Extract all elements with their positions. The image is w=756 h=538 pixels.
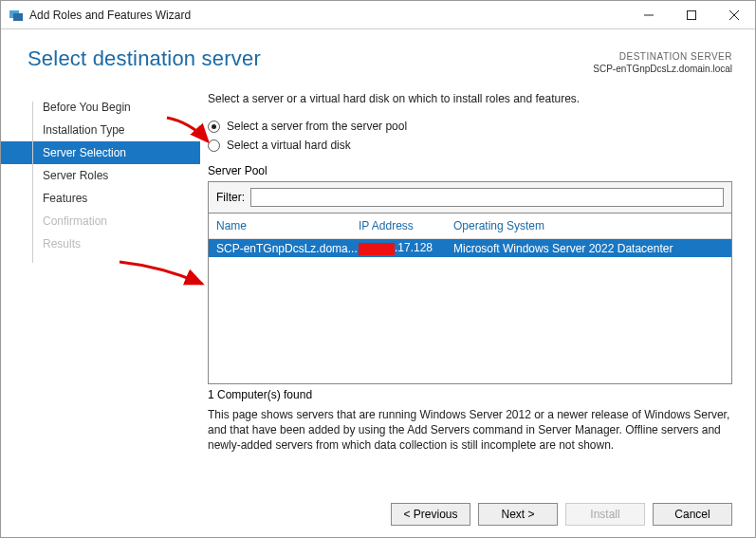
radio-server-pool[interactable]: Select a server from the server pool [208, 117, 732, 136]
redacted-ip-prefix [359, 243, 395, 255]
sidebar-item-results: Results [1, 232, 200, 255]
sidebar-indent-line [32, 102, 33, 263]
previous-button[interactable]: < Previous [391, 503, 470, 526]
next-button[interactable]: Next > [478, 503, 558, 526]
cell-os: Microsoft Windows Server 2022 Datacenter [453, 242, 724, 255]
column-header-name[interactable]: Name [216, 219, 359, 232]
destination-value: SCP-enTGnpDcsLz.domain.local [593, 63, 732, 75]
column-header-os[interactable]: Operating System [453, 219, 724, 232]
instruction-text: Select a server or a virtual hard disk o… [208, 92, 732, 105]
minimize-button[interactable] [627, 1, 670, 29]
radio-icon [208, 121, 220, 133]
server-manager-icon [9, 8, 24, 23]
column-header-ip[interactable]: IP Address [359, 219, 453, 232]
radio-icon [208, 139, 220, 152]
install-button: Install [565, 503, 645, 526]
sidebar-item-features[interactable]: Features [1, 187, 200, 210]
server-grid: Name IP Address Operating System SCP-enT… [208, 213, 732, 384]
table-row[interactable]: SCP-enTGnpDcsLz.doma... .17.128 Microsof… [209, 239, 731, 257]
computers-found-text: 1 Computer(s) found [208, 388, 732, 401]
destination-label: DESTINATION SERVER [593, 50, 732, 63]
wizard-footer: < Previous Next > Install Cancel [391, 503, 732, 526]
sidebar-item-server-selection[interactable]: Server Selection [1, 141, 200, 164]
page-header: Select destination server DESTINATION SE… [1, 29, 755, 84]
sidebar-item-before-you-begin[interactable]: Before You Begin [1, 96, 200, 119]
radio-vhd-label: Select a virtual hard disk [227, 139, 351, 152]
filter-input[interactable] [250, 188, 724, 207]
content-area: Select a server or a virtual hard disk o… [200, 84, 732, 483]
window-controls [627, 1, 755, 29]
page-title: Select destination server [28, 46, 261, 71]
cancel-button[interactable]: Cancel [653, 503, 732, 526]
explanation-text: This page shows servers that are running… [208, 407, 732, 454]
cell-name: SCP-enTGnpDcsLz.doma... [216, 242, 359, 255]
svg-rect-3 [687, 10, 695, 19]
grid-body: SCP-enTGnpDcsLz.doma... .17.128 Microsof… [209, 239, 731, 383]
radio-virtual-hard-disk[interactable]: Select a virtual hard disk [208, 136, 732, 155]
server-pool-label: Server Pool [208, 164, 732, 177]
sidebar-item-server-roles[interactable]: Server Roles [1, 164, 200, 187]
maximize-button[interactable] [670, 1, 712, 29]
cell-ip: .17.128 [359, 241, 453, 254]
svg-rect-1 [13, 13, 23, 21]
sidebar-item-installation-type[interactable]: Installation Type [1, 119, 200, 141]
filter-container: Filter: [208, 181, 732, 213]
grid-header: Name IP Address Operating System [209, 213, 731, 239]
window-title: Add Roles and Features Wizard [29, 9, 191, 22]
wizard-sidebar: Before You Begin Installation Type Serve… [1, 84, 200, 483]
destination-block: DESTINATION SERVER SCP-enTGnpDcsLz.domai… [593, 46, 732, 75]
title-bar: Add Roles and Features Wizard [1, 1, 755, 29]
sidebar-item-confirmation: Confirmation [1, 210, 200, 232]
close-button[interactable] [712, 1, 755, 29]
radio-server-pool-label: Select a server from the server pool [227, 120, 407, 133]
filter-label: Filter: [216, 191, 245, 204]
